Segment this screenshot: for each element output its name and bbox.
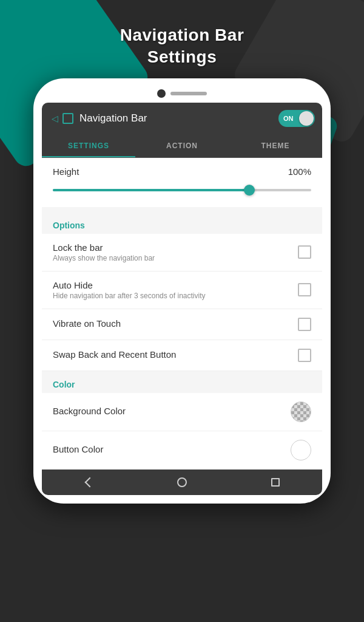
lock-bar-checkbox[interactable] <box>298 245 311 259</box>
height-slider[interactable] <box>53 184 311 196</box>
tab-bar: SETTINGS ACTION THEME <box>42 134 322 158</box>
tab-action[interactable]: ACTION <box>135 134 229 157</box>
phone-speaker <box>170 92 207 95</box>
list-item-vibrate[interactable]: Vibrate on Touch <box>42 309 322 340</box>
page-title-line2: Settings <box>120 46 244 68</box>
bg-color-title: Background Color <box>53 406 291 416</box>
height-value: 100% <box>288 166 311 177</box>
bg-color-swatch[interactable] <box>291 402 311 422</box>
swap-checkbox[interactable] <box>298 349 311 362</box>
btn-color-text: Button Color <box>53 444 291 456</box>
height-section: Height 100% <box>42 158 322 207</box>
back-triangle-icon: ◁ <box>49 113 60 124</box>
height-row: Height 100% <box>53 166 311 177</box>
btn-color-title: Button Color <box>53 444 291 454</box>
lock-bar-text: Lock the bar Always show the navigation … <box>53 242 298 262</box>
square-icon <box>62 113 73 124</box>
vibrate-checkbox[interactable] <box>298 318 311 331</box>
app-header-title: Navigation Bar <box>79 112 278 125</box>
list-item-lock-bar[interactable]: Lock the bar Always show the navigation … <box>42 234 322 272</box>
vibrate-text: Vibrate on Touch <box>53 318 298 330</box>
nav-back-icon <box>85 477 95 487</box>
lock-bar-subtitle: Always show the navigation bar <box>53 254 298 262</box>
nav-back-button[interactable] <box>80 474 97 491</box>
content-area: Height 100% Options Lock the bar Always … <box>42 158 322 470</box>
app-header: ◁ Navigation Bar ON <box>42 103 322 134</box>
auto-hide-subtitle: Hide navigation bar after 3 seconds of i… <box>53 292 298 300</box>
list-item-auto-hide[interactable]: Auto Hide Hide navigation bar after 3 se… <box>42 272 322 309</box>
phone-screen: ◁ Navigation Bar ON SETTINGS ACTION THEM… <box>42 103 322 495</box>
nav-home-button[interactable] <box>174 474 190 491</box>
swap-title: Swap Back and Recent Button <box>53 349 298 360</box>
height-label: Height <box>53 166 79 177</box>
list-item-btn-color[interactable]: Button Color <box>42 431 322 470</box>
phone-frame: ◁ Navigation Bar ON SETTINGS ACTION THEM… <box>33 78 331 504</box>
nav-home-icon <box>177 477 187 487</box>
list-item-bg-color[interactable]: Background Color <box>42 393 322 431</box>
phone-camera <box>157 89 166 98</box>
auto-hide-text: Auto Hide Hide navigation bar after 3 se… <box>53 280 298 300</box>
tab-settings[interactable]: SETTINGS <box>42 134 135 157</box>
auto-hide-title: Auto Hide <box>53 280 298 290</box>
swap-text: Swap Back and Recent Button <box>53 349 298 361</box>
slider-fill <box>53 189 249 191</box>
nav-bar-icon: ◁ <box>49 113 73 124</box>
slider-thumb <box>244 185 255 196</box>
power-toggle[interactable]: ON <box>278 110 315 127</box>
toggle-label: ON <box>283 115 294 122</box>
slider-track <box>53 189 311 191</box>
nav-recent-button[interactable] <box>267 474 284 491</box>
toggle-knob <box>299 111 314 126</box>
bg-color-text: Background Color <box>53 406 291 417</box>
auto-hide-checkbox[interactable] <box>298 283 311 296</box>
btn-color-swatch[interactable] <box>291 440 311 460</box>
options-header: Options <box>42 212 322 234</box>
tab-theme[interactable]: THEME <box>229 134 322 157</box>
phone-nav-bar <box>42 470 322 495</box>
vibrate-title: Vibrate on Touch <box>53 318 298 329</box>
nav-recent-icon <box>271 478 280 487</box>
lock-bar-title: Lock the bar <box>53 242 298 253</box>
page-title-line1: Navigation Bar <box>120 24 244 46</box>
color-header: Color <box>42 371 322 393</box>
page-title-container: Navigation Bar Settings <box>120 24 244 69</box>
list-item-swap[interactable]: Swap Back and Recent Button <box>42 340 322 371</box>
phone-top <box>42 89 322 98</box>
